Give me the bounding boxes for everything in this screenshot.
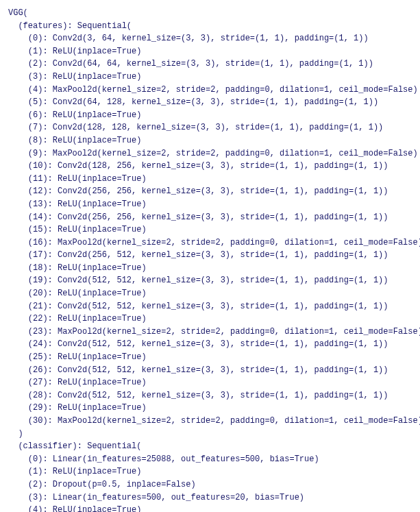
model-repr-block: VGG( (features): Sequential( (0): Conv2d…: [0, 0, 420, 512]
